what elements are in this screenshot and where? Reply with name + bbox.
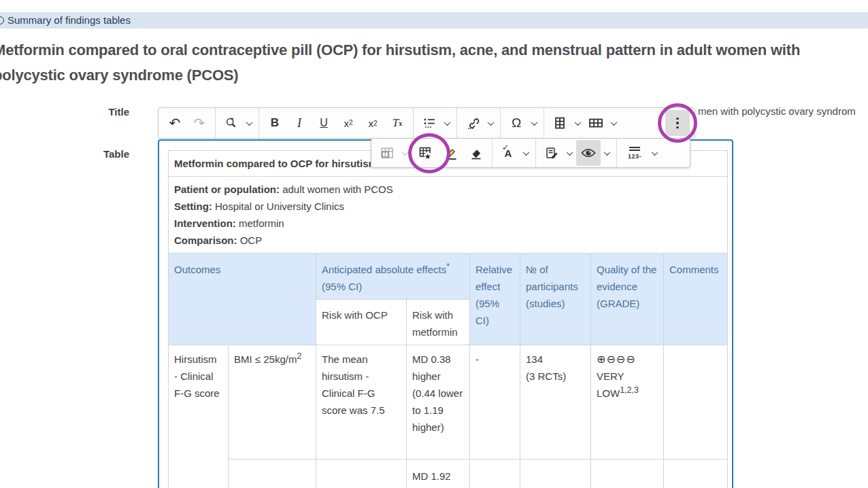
list-dropdown-chevron[interactable]: [442, 110, 452, 136]
find-and-replace-icon: [224, 116, 238, 130]
toolbar-separator: [616, 139, 617, 167]
highlighter-icon: [445, 146, 458, 160]
cell-relative-effect[interactable]: -: [470, 345, 520, 459]
table-cell-properties-button[interactable]: [375, 140, 399, 166]
cell-risk-metformin-2[interactable]: MD 1.92 higher: [407, 459, 470, 488]
grade-symbols: ⊕⊖⊖⊖: [597, 351, 658, 368]
toolbar-separator: [258, 108, 259, 138]
insert-column-table-button[interactable]: [548, 110, 571, 136]
find-dropdown-chevron[interactable]: [244, 110, 254, 136]
link-button[interactable]: [461, 110, 484, 136]
header-risk-with-ocp[interactable]: Risk with OCP: [316, 300, 407, 345]
subscript-button[interactable]: x2: [361, 110, 384, 136]
section-bar: Summary of findings tables: [0, 12, 868, 29]
table-field-label: Table: [68, 148, 129, 160]
table-editor[interactable]: Metformin compared to OCP for hirsutism,…: [158, 139, 733, 488]
cell-properties-chevron[interactable]: [400, 140, 410, 166]
toolbar-separator: [492, 139, 493, 167]
cell-grade-2[interactable]: [591, 459, 664, 488]
title-field-value[interactable]: men with polycystic ovary syndrom: [698, 105, 856, 117]
table-cell-icon: [380, 146, 394, 160]
cell-risk-ocp[interactable]: The mean hirsutism - Clinical F-G score …: [316, 345, 407, 459]
insert-merged-table-button[interactable]: [584, 110, 607, 136]
cell-subgroup-2[interactable]: [229, 459, 316, 488]
annotation-note-button[interactable]: [540, 140, 563, 166]
cell-comments-2[interactable]: [664, 459, 728, 488]
toolbar-separator: [500, 108, 501, 138]
italic-button[interactable]: I: [288, 110, 311, 136]
info-comparison: Comparison: OCP: [174, 232, 722, 249]
note-pencil-icon: [545, 146, 559, 160]
note-chevron[interactable]: [565, 140, 575, 166]
toolbar-overflow-button[interactable]: [665, 110, 690, 136]
table-star-button[interactable]: ★: [412, 140, 439, 166]
page-title-line2: polycystic ovary syndrome (PCOS): [0, 63, 868, 88]
styles-button[interactable]: A ✓: [497, 140, 520, 166]
cell-participants-2[interactable]: [520, 459, 591, 488]
undo-button[interactable]: ↶: [163, 110, 186, 136]
footnote-numbering-button[interactable]: 123-: [621, 140, 648, 166]
cell-outcome[interactable]: Hirsutism - Clinical F-G score: [169, 345, 229, 488]
eraser-button[interactable]: [465, 140, 488, 166]
underline-button[interactable]: U: [312, 110, 335, 136]
preview-chevron[interactable]: [602, 140, 612, 166]
eraser-icon: [469, 146, 483, 160]
preview-visibility-button[interactable]: [576, 140, 601, 166]
info-setting: Setting: Hospital or University Clinics: [174, 198, 722, 215]
info-intervention: Intervention: metformin: [174, 215, 722, 232]
eye-icon: [581, 147, 596, 158]
section-title: Summary of findings tables: [7, 14, 131, 26]
page-title: Metformin compared to oral contraceptive…: [0, 37, 868, 88]
header-outcomes[interactable]: Outcomes: [169, 254, 316, 345]
header-quality[interactable]: Quality of the evidence (GRADE): [591, 254, 664, 345]
cell-risk-ocp-2[interactable]: The mean: [316, 459, 407, 488]
summary-of-findings-page: Summary of findings tables Metformin com…: [0, 0, 868, 488]
highlight-button[interactable]: [440, 140, 463, 166]
merged-table-chevron[interactable]: [609, 110, 619, 136]
toolbar-separator: [544, 108, 544, 138]
title-field-label: Title: [68, 106, 129, 118]
link-dropdown-chevron[interactable]: [486, 110, 496, 136]
cell-subgroup-bmi[interactable]: BMI ≤ 25kg/m2: [229, 345, 316, 459]
page-title-line1: Metformin compared to oral contraceptive…: [0, 37, 868, 63]
styles-chevron[interactable]: [521, 140, 531, 166]
info-population: Patient or population: adult women with …: [174, 181, 722, 198]
special-characters-chevron[interactable]: [529, 110, 539, 136]
header-risk-with-metformin[interactable]: Risk with metformin: [407, 300, 470, 345]
bulleted-list-button[interactable]: [418, 110, 441, 136]
superscript-button[interactable]: x2: [337, 110, 360, 136]
toolbar-separator: [413, 108, 414, 138]
toolbar-separator: [215, 108, 216, 138]
bulleted-list-icon: [423, 117, 436, 130]
summary-of-findings-table: Metformin compared to OCP for hirsutism,…: [168, 150, 728, 488]
redo-button[interactable]: ↷: [188, 110, 211, 136]
table-merged-icon: [588, 116, 603, 130]
bold-button[interactable]: B: [263, 110, 286, 136]
toolbar-separator: [535, 139, 536, 167]
cell-risk-metformin[interactable]: MD 0.38 higher (0.44 lower to 1.19 highe…: [407, 345, 470, 459]
remove-format-button[interactable]: Tx: [386, 110, 409, 136]
column-table-chevron[interactable]: [573, 110, 583, 136]
header-comments[interactable]: Comments: [664, 254, 728, 345]
header-participants[interactable]: № of participants (studies): [520, 254, 591, 345]
table-balloon-toolbar: ★ A ✓: [371, 138, 690, 168]
toolbar-separator: [456, 108, 457, 138]
cell-relative-effect-2[interactable]: [470, 459, 520, 488]
numbered-lines-icon: 123-: [628, 147, 641, 160]
header-absolute-effects[interactable]: Anticipated absolute effects* (95% CI): [316, 254, 470, 300]
find-and-replace-button[interactable]: [220, 110, 243, 136]
table-column-icon: [553, 116, 567, 130]
cell-participants[interactable]: 134 (3 RCTs): [520, 345, 591, 459]
special-characters-button[interactable]: Ω: [505, 110, 528, 136]
svg-text:★: ★: [424, 152, 431, 160]
table-info-cell[interactable]: Patient or population: adult women with …: [169, 177, 728, 254]
footnote-chevron[interactable]: [650, 140, 660, 166]
cell-grade[interactable]: ⊕⊖⊖⊖ VERY LOW1,2,3: [591, 345, 664, 459]
header-relative-effect[interactable]: Relative effect (95% CI): [470, 254, 520, 345]
editor-toolbar: ↶ ↷ B I U x2 x2 Tx: [158, 107, 695, 139]
collapse-circle-icon[interactable]: [0, 16, 4, 24]
link-icon: [466, 116, 480, 130]
check-icon: ✓: [502, 143, 509, 152]
cell-comments[interactable]: [664, 345, 728, 459]
vertical-ellipsis-icon: [676, 118, 678, 128]
